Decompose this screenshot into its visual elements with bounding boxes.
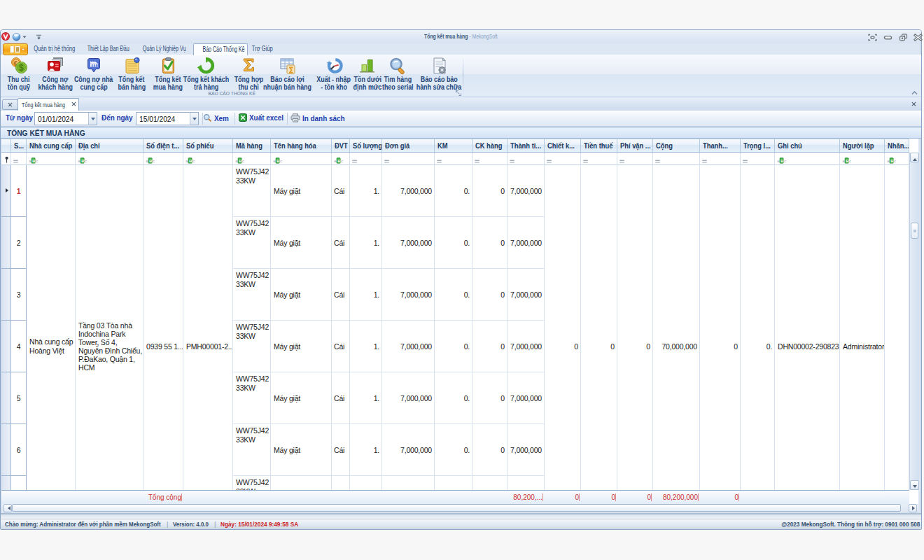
svg-text:a: a [777, 159, 780, 163]
svg-text:a: a [273, 159, 276, 163]
svg-text:c: c [341, 159, 343, 163]
svg-text:a: a [78, 159, 80, 163]
svg-text:a: a [842, 159, 845, 163]
svg-text:c: c [85, 159, 87, 163]
svg-text:c: c [784, 159, 786, 163]
svg-text:c: c [280, 159, 282, 163]
svg-text:c: c [894, 159, 896, 163]
svg-text:a: a [235, 159, 238, 163]
svg-text:c: c [153, 159, 155, 163]
svg-text:a: a [887, 159, 890, 163]
svg-text:a: a [29, 159, 31, 163]
svg-text:c: c [849, 159, 851, 163]
svg-text:a: a [334, 159, 337, 163]
svg-text:a: a [146, 159, 148, 163]
svg-text:c: c [242, 159, 244, 163]
svg-text:a: a [186, 159, 188, 163]
svg-text:c: c [36, 159, 38, 163]
svg-text:c: c [192, 159, 195, 163]
